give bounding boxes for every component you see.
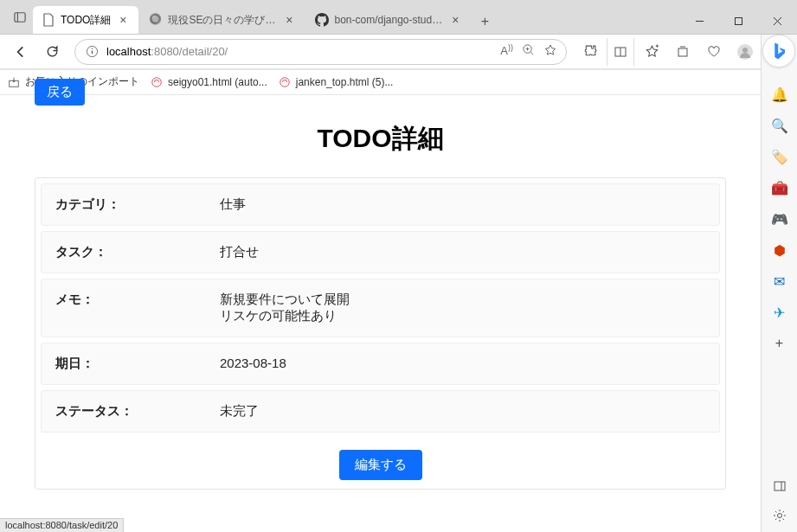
games-icon[interactable]: 🎮 (770, 209, 789, 228)
address-bar[interactable]: localhost:8080/detail/20/ A)) (74, 39, 567, 65)
svg-rect-27 (775, 482, 785, 490)
sidebar-toggle-icon[interactable] (770, 477, 789, 496)
back-button[interactable] (7, 38, 35, 66)
bing-button[interactable] (762, 35, 795, 67)
svg-rect-0 (15, 13, 25, 22)
toolbar: localhost:8080/detail/20/ A)) (0, 35, 797, 69)
tab-todo-detail[interactable]: TODO詳細 × (33, 6, 138, 34)
svg-rect-17 (678, 48, 687, 56)
edit-button[interactable]: 編集する (339, 450, 422, 480)
refresh-button[interactable] (38, 38, 66, 66)
row-value: 未完了 (220, 403, 259, 420)
info-icon[interactable] (84, 44, 100, 60)
tools-icon[interactable]: 🧰 (770, 178, 789, 197)
row-value: 仕事 (220, 196, 246, 213)
github-icon (315, 13, 329, 27)
maximize-button[interactable] (719, 8, 758, 34)
office-icon[interactable]: ⬢ (770, 240, 789, 260)
edit-button-wrap: 編集する (41, 438, 720, 484)
page-icon (42, 13, 55, 27)
tab-github[interactable]: bon-com/django-study-04: Djan × (306, 6, 471, 34)
row-label: ステータス： (55, 403, 220, 420)
favorites-icon[interactable] (638, 38, 665, 66)
row-label: カテゴリ： (55, 196, 220, 213)
row-value: 2023-08-18 (220, 356, 286, 372)
back-link-button[interactable]: 戻る (35, 79, 85, 106)
url-text: localhost:8080/detail/20/ (106, 45, 228, 58)
close-icon[interactable]: × (116, 13, 130, 27)
extensions-icon[interactable] (575, 38, 603, 66)
page-content: 戻る TODO詳細 カテゴリ： 仕事 タスク： 打合せ メモ： 新規要件について… (0, 70, 761, 516)
split-icon[interactable] (607, 38, 634, 66)
row-memo: メモ： 新規要件について展開 リスケの可能性あり (41, 279, 720, 337)
svg-point-29 (777, 514, 781, 518)
tag-icon[interactable]: 🏷️ (770, 147, 789, 166)
titlebar: TODO詳細 × 🔘 現役SEの日々の学び｜ぼんの備忘録 × bon-com/d… (0, 0, 797, 35)
row-category: カテゴリ： 仕事 (41, 183, 720, 226)
profile-icon[interactable] (731, 38, 759, 66)
read-aloud-icon[interactable]: A)) (500, 43, 513, 60)
minimize-button[interactable] (680, 8, 719, 34)
row-label: メモ： (55, 292, 220, 324)
edge-sidebar: 🔔 🔍 🏷️ 🧰 🎮 ⬢ ✉ ✈ + (761, 35, 797, 532)
status-bar: localhost:8080/task/edit/20 (0, 518, 124, 532)
viewport: 戻る TODO詳細 カテゴリ： 仕事 タスク： 打合せ メモ： 新規要件について… (0, 69, 761, 518)
heart-icon[interactable] (700, 38, 728, 66)
bell-icon[interactable]: 🔔 (770, 85, 789, 104)
svg-point-20 (742, 48, 748, 53)
new-tab-button[interactable]: + (472, 10, 497, 34)
tab-actions-button[interactable] (7, 4, 33, 30)
outlook-icon[interactable]: ✉ (770, 272, 789, 291)
tab-title: 現役SEの日々の学び｜ぼんの備忘録 (168, 13, 277, 28)
search-icon[interactable]: 🔍 (770, 116, 789, 135)
window-controls (680, 8, 797, 34)
row-due: 期日： 2023-08-18 (41, 343, 720, 385)
close-icon[interactable]: × (448, 13, 462, 27)
svg-line-10 (530, 52, 533, 54)
row-status: ステータス： 未完了 (41, 390, 720, 433)
detail-card: カテゴリ： 仕事 タスク： 打合せ メモ： 新規要件について展開 リスケの可能性… (35, 177, 726, 490)
tab-title: TODO詳細 (61, 13, 111, 28)
row-value: 新規要件について展開 リスケの可能性あり (220, 292, 350, 324)
tab-title: bon-com/django-study-04: Djan (334, 14, 443, 26)
row-label: 期日： (55, 356, 220, 372)
favicon-icon: 🔘 (149, 13, 163, 27)
collections-icon[interactable] (669, 38, 697, 66)
page-title: TODO詳細 (35, 121, 726, 157)
close-icon[interactable]: × (282, 13, 296, 27)
svg-rect-3 (736, 17, 742, 24)
plus-icon[interactable]: + (770, 334, 789, 353)
zoom-icon[interactable] (522, 43, 535, 60)
tab-blog[interactable]: 🔘 現役SEの日々の学び｜ぼんの備忘録 × (140, 6, 305, 34)
favorite-icon[interactable] (543, 43, 557, 60)
row-label: タスク： (55, 244, 220, 260)
row-value: 打合せ (220, 244, 259, 260)
send-icon[interactable]: ✈ (770, 303, 789, 322)
close-button[interactable] (758, 8, 797, 34)
tab-well: TODO詳細 × 🔘 現役SEの日々の学び｜ぼんの備忘録 × bon-com/d… (0, 4, 680, 34)
settings-icon[interactable] (770, 506, 789, 525)
row-task: タスク： 打合せ (41, 231, 720, 273)
svg-point-8 (91, 48, 93, 49)
